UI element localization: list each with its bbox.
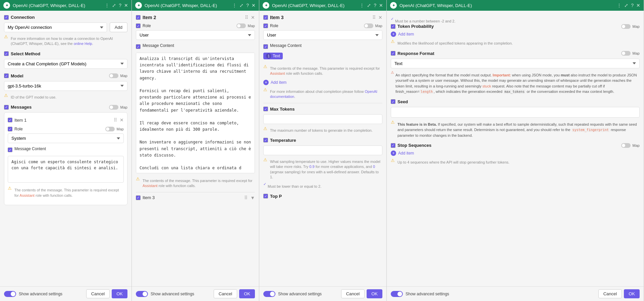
length-link[interactable]: length	[420, 89, 434, 94]
panel-2-more-icon[interactable]: ⋮	[232, 3, 237, 8]
panel-2-advanced-toggle[interactable]	[136, 291, 148, 297]
top-validation-hint: ✓ Must be a number between -2 and 2.	[391, 17, 640, 24]
max-tokens-checkbox[interactable]: ✓	[263, 107, 268, 111]
panel-4-advanced-toggle[interactable]	[391, 291, 403, 297]
panel-3-help-icon[interactable]: ?	[374, 3, 376, 8]
token-prob-switch[interactable]	[621, 24, 631, 29]
response-format-section: ✓ Response Format Map Text ⚠ An object s…	[391, 51, 640, 95]
panel-3-ok[interactable]: OK	[367, 289, 382, 298]
seed-checkbox[interactable]: ✓	[391, 99, 395, 104]
beta-label: This feature is in Beta.	[397, 122, 437, 126]
panel-4-close-icon[interactable]: ✕	[636, 3, 640, 8]
more-icon[interactable]: ⋮	[105, 3, 109, 8]
panel-4-ok[interactable]: OK	[624, 289, 640, 298]
item-2-drag-handle[interactable]: ⠿	[245, 15, 248, 20]
panel-2-ok[interactable]: OK	[239, 289, 255, 298]
response-format-select[interactable]: Text	[391, 59, 640, 68]
connection-checkbox[interactable]: ✓	[4, 15, 9, 20]
panel-3-more-icon[interactable]: ⋮	[360, 3, 364, 8]
item-3-role-checkbox[interactable]: ✓	[263, 23, 268, 28]
item-1-content-checkbox[interactable]: ✓	[8, 147, 12, 152]
item-1-role-checkbox[interactable]: ✓	[8, 127, 12, 131]
item-3-x[interactable]: ✕	[378, 15, 382, 20]
item-3-drag[interactable]: ⠿	[244, 195, 248, 200]
close-icon[interactable]: ✕	[124, 3, 128, 8]
panel-4-more-icon[interactable]: ⋮	[617, 3, 622, 8]
item-1-role-switch[interactable]	[105, 127, 115, 131]
token-prob-checkbox[interactable]: ✓	[391, 24, 395, 29]
item-3-close[interactable]: ▼	[250, 195, 255, 200]
panel-2-help-icon[interactable]: ?	[246, 3, 249, 8]
expand-icon[interactable]: ⤢	[112, 3, 116, 8]
connection-select[interactable]: My OpenAI connection	[4, 22, 107, 32]
panel-3-close-icon[interactable]: ✕	[379, 3, 383, 8]
message-item-1: ✓ Item 1 ⠿ ✕ ✓ Role Map	[4, 112, 127, 205]
item-2-role-switch[interactable]	[236, 23, 246, 28]
model-checkbox[interactable]: ✓	[4, 73, 9, 78]
seed-input[interactable]	[391, 107, 640, 118]
stop-seq-add-item[interactable]: + Add item	[391, 150, 640, 156]
item-2-checkbox[interactable]: ✓	[136, 15, 141, 20]
panel-4-help-icon[interactable]: ?	[631, 3, 634, 8]
stop-seq-checkbox[interactable]: ✓	[391, 143, 395, 148]
fingerprint-link[interactable]: system_fingerprint	[572, 128, 610, 132]
item-3-content-checkbox[interactable]: ✓	[263, 44, 268, 49]
temperature-checkbox[interactable]: ✓	[263, 138, 268, 142]
response-format-switch[interactable]	[621, 51, 631, 56]
item-3-role-switch[interactable]	[364, 23, 373, 28]
panel-1-footer-btns: Cancel OK	[86, 289, 127, 298]
rf-hint-text: An object specifying the format that the…	[395, 72, 640, 95]
add-item-hint: ⚠ For more information about chat comple…	[263, 87, 382, 100]
item-1-content-textarea[interactable]: Agisci come un esperto consulente strate…	[8, 156, 124, 183]
item-3-role-select[interactable]: User	[263, 30, 382, 40]
panel-2-cancel[interactable]: Cancel	[214, 289, 237, 298]
add-item-btn[interactable]: + Add item	[263, 80, 382, 85]
top-p-checkbox[interactable]: ✓	[263, 194, 268, 198]
panel-3-cancel[interactable]: Cancel	[341, 289, 365, 298]
stuck-link[interactable]: stuck	[482, 84, 491, 88]
select-method-checkbox[interactable]: ✓	[4, 51, 9, 56]
temperature-input[interactable]: 0.2	[263, 145, 382, 155]
item-1-drag-handle[interactable]: ⠿	[114, 117, 117, 123]
token-probability-section: ✓ Token Probability Map + Add item ⚠ Mod…	[391, 24, 640, 46]
model-map-switch[interactable]	[109, 73, 118, 78]
messages-checkbox[interactable]: ✓	[4, 105, 9, 110]
item-2-close[interactable]: ✕	[251, 15, 255, 20]
temp-link-0[interactable]: 0	[373, 165, 375, 169]
model-select[interactable]: gpt-3.5-turbo-16k	[4, 81, 127, 91]
item-2-role-checkbox[interactable]: ✓	[136, 23, 141, 28]
item-2-role-select[interactable]: User	[136, 30, 255, 40]
panel-3-expand-icon[interactable]: ⤢	[367, 3, 371, 8]
max-tokens-input[interactable]: 3000	[263, 114, 382, 124]
select-method-select[interactable]: Create a Chat Completion (GPT Models)	[4, 59, 127, 69]
panel-4-cancel[interactable]: Cancel	[598, 289, 622, 298]
panel-1-advanced-toggle[interactable]	[4, 291, 16, 297]
panel-1-header-icons: ⋮ ⤢ ? ✕	[105, 3, 128, 8]
item-3-message-content: ✓ Message Content 1 Text ⚠ The contents …	[263, 43, 382, 76]
token-prob-add-item[interactable]: + Add item	[391, 32, 640, 37]
panel-3-advanced-toggle[interactable]	[263, 291, 275, 297]
panel-2-close-icon[interactable]: ✕	[252, 3, 256, 8]
item-3-header: ✓ Item 3 ⠿ ✕	[263, 15, 382, 20]
item-2-content-textarea[interactable]: Analizza il transcript di un'intervista …	[136, 53, 255, 173]
item-1-close[interactable]: ✕	[120, 117, 124, 123]
add-connection-button[interactable]: Add	[110, 22, 127, 32]
panel-2-expand-icon[interactable]: ⤢	[239, 3, 244, 8]
stop-seq-switch[interactable]	[621, 143, 631, 148]
item-1-role-select[interactable]: System	[8, 133, 124, 143]
online-help-link[interactable]: online Help	[74, 42, 92, 46]
messages-map-switch[interactable]	[109, 105, 118, 110]
item-2-content-checkbox[interactable]: ✓	[136, 44, 141, 49]
panel-4-expand-icon[interactable]: ⤢	[624, 3, 628, 8]
item-3-drag-h[interactable]: ⠿	[372, 15, 376, 20]
response-format-checkbox[interactable]: ✓	[391, 51, 395, 56]
panel-1-ok[interactable]: OK	[112, 289, 127, 298]
item-1-checkbox[interactable]: ✓	[8, 118, 12, 122]
item-3-checkbox[interactable]: ✓	[263, 15, 268, 20]
add-item-label: Add item	[271, 80, 286, 85]
item-2-role-map: Map	[236, 23, 255, 28]
temp-link-09[interactable]: 0.9	[309, 165, 314, 169]
help-icon[interactable]: ?	[119, 3, 121, 8]
item-3-preview-checkbox[interactable]: ✓	[136, 195, 141, 200]
panel-1-cancel[interactable]: Cancel	[86, 289, 110, 298]
